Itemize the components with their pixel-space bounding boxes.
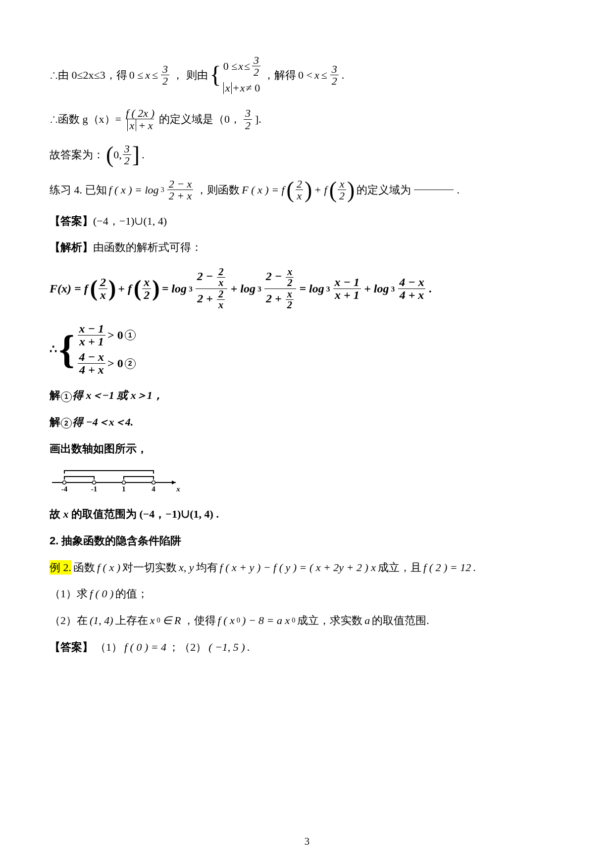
left-paren-icon: ( — [106, 143, 113, 166]
num: x — [286, 289, 294, 299]
text: 得 x＜−1 或 x＞1， — [72, 389, 163, 401]
system-row-2: 4 − x4 + x > 0 2 — [77, 351, 136, 376]
analysis-label: 【解析】 — [50, 241, 93, 253]
math: f ( x ) = log — [109, 183, 159, 197]
text: . — [342, 68, 345, 83]
system-row-1: 0 ≤ x ≤ 3 2 — [223, 54, 261, 78]
var-x: x — [240, 81, 245, 96]
denominator: 2 — [338, 190, 346, 201]
text: ∴由 0≤2x≤3，得 — [50, 68, 127, 83]
paren-arg: ( x 2 ) — [329, 178, 355, 201]
system-row-1: x − 1x + 1 > 0 1 — [77, 323, 136, 348]
math: F(x) = f — [50, 281, 88, 296]
text: 的值； — [115, 586, 148, 601]
num: 2 — [217, 267, 225, 277]
fraction: x 2 — [338, 178, 346, 201]
text: ，解得 — [263, 68, 296, 83]
text: . — [429, 281, 432, 296]
numerator: x − 1 — [78, 323, 106, 335]
math: = log — [299, 281, 324, 296]
brace-icon: { — [59, 330, 75, 369]
circle-number-icon: 2 — [61, 418, 72, 429]
denominator: 2 — [330, 75, 339, 87]
text: 解 — [50, 416, 60, 428]
right-paren-icon: ) — [305, 178, 312, 201]
denominator: 4 + x — [398, 289, 426, 301]
math: f ( x + y ) − f ( y ) = ( x + 2y + 2 ) x — [220, 560, 376, 575]
text: 得 −4＜x＜4. — [72, 416, 133, 428]
text: 练习 4. 已知 — [50, 183, 107, 197]
fraction: 3 2 — [252, 54, 260, 78]
exercise-4: 练习 4. 已知 f ( x ) = log3 2 − x 2 + x ，则函数… — [50, 178, 564, 201]
numerator: 2 − x2 — [264, 267, 297, 289]
num: x — [286, 267, 294, 277]
big-equation: F(x) = f ( 2x ) + f ( x2 ) = log3 2 − 2x… — [50, 267, 564, 311]
den: 2 — [286, 299, 294, 310]
math: f ( 0 ) — [90, 586, 113, 601]
fraction: 3 2 — [161, 63, 169, 87]
fraction: 2 x — [295, 178, 304, 201]
abs: x — [223, 82, 232, 94]
right-paren-icon: ) — [347, 178, 355, 201]
math: f ( x ) — [97, 560, 120, 575]
var-x: x — [238, 59, 243, 74]
svg-point-9 — [152, 481, 155, 484]
sub: 0 — [292, 616, 295, 625]
num: 2 — [217, 289, 225, 299]
denominator: 2 + 2x — [196, 289, 227, 311]
example-2: 例 2. 函数 f ( x ) 对一切实数 x, y 均有 f ( x + y … — [50, 560, 564, 575]
left-paren-icon: ( — [329, 178, 337, 201]
text: （2）在 — [50, 613, 88, 628]
answer-2: 【答案】 （1） f ( 0 ) = 4 ；（2） ( −1, 5 ) . — [50, 640, 564, 655]
denominator: 2 — [142, 289, 151, 301]
denominator: 4 + x — [78, 363, 105, 376]
text: 0, — [113, 147, 122, 162]
system-brace: { 0 ≤ x ≤ 3 2 x + x ≠ 0 — [210, 54, 261, 96]
text: 的定义域为 — [357, 183, 411, 197]
var-x: x — [148, 119, 153, 132]
denominator: x + 1 — [333, 289, 361, 301]
analysis-text: 由函数的解析式可得： — [93, 241, 202, 253]
tick-label: -1 — [91, 485, 98, 493]
var-x: x — [129, 120, 134, 131]
circle-number-icon: 1 — [125, 330, 136, 340]
left-paren-icon: ( — [287, 178, 294, 201]
var-x: x — [314, 68, 319, 83]
math: + log — [364, 281, 389, 296]
answer-block: 【答案】(−4，−1)∪(1, 4) — [50, 214, 564, 229]
numerator: f ( 2x ) — [124, 107, 156, 119]
denominator: x — [99, 289, 107, 301]
fraction: 2 − x2 2 + x2 — [264, 267, 297, 311]
fraction: 3 2 — [123, 143, 131, 166]
math: = log — [162, 281, 187, 296]
paren-arg: ( 2x ) — [90, 276, 116, 301]
solve-step-2: 解2得 −4＜x＜4. — [50, 415, 564, 430]
fraction: x − 1 x + 1 — [333, 276, 361, 301]
den: x — [217, 277, 225, 288]
text: 上存在 — [115, 613, 148, 628]
var-x: x — [63, 508, 69, 520]
math: + log — [231, 281, 256, 296]
sub: 3 — [161, 185, 164, 194]
question-1: （1）求 f ( 0 ) 的值； — [50, 586, 564, 601]
fraction: 2 − x 2 + x — [167, 178, 194, 201]
math: (1, 4) — [90, 613, 113, 628]
text: . — [457, 183, 460, 197]
text: . — [473, 560, 476, 575]
sub: 3 — [189, 284, 193, 294]
paren-arg: ( x2 ) — [134, 276, 160, 301]
math: F ( x ) = f — [242, 183, 284, 197]
paragraph-step1: ∴由 0≤2x≤3，得 0 ≤ x ≤ 3 2 ， 则由 { 0 ≤ x ≤ 3… — [50, 54, 564, 96]
draw-numberline-text: 画出数轴如图所示， — [50, 441, 564, 456]
document-page: ∴由 0≤2x≤3，得 0 ≤ x ≤ 3 2 ， 则由 { 0 ≤ x ≤ 3… — [0, 0, 614, 868]
math: x — [150, 613, 155, 628]
text: . — [142, 147, 145, 162]
abs: x — [127, 119, 136, 131]
text: ≤ — [244, 59, 250, 74]
math: f ( 2 ) = 12 — [423, 560, 471, 575]
denominator: 2 — [252, 66, 260, 78]
paragraph-answer: 故答案为： ( 0, 3 2 ] . — [50, 143, 564, 166]
text: ]. — [255, 112, 261, 127]
math: a — [364, 613, 370, 628]
numerator: 4 − x — [398, 276, 426, 289]
